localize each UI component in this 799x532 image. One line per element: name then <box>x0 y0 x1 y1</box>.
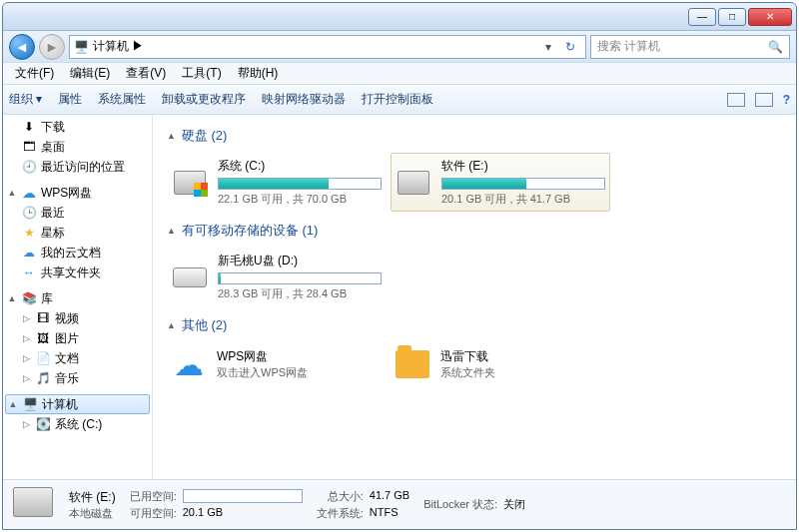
bitlocker-value: 关闭 <box>503 497 525 512</box>
collapse-icon[interactable]: ▲ <box>8 399 18 409</box>
size-label: 总大小: <box>317 489 364 504</box>
drive-name: 新毛桃U盘 (D:) <box>218 253 382 269</box>
bitlocker-label: BitLocker 状态: <box>423 497 497 512</box>
close-button[interactable]: ✕ <box>748 8 792 26</box>
main-content: ▲硬盘 (2) 系统 (C:) 22.1 GB 可用 , 共 70.0 GB 软… <box>153 115 796 479</box>
video-icon: 🎞 <box>35 310 51 326</box>
menu-view[interactable]: 查看(V) <box>120 63 172 84</box>
drive-info: 28.3 GB 可用 , 共 28.4 GB <box>218 286 382 301</box>
usage-bar <box>218 272 382 284</box>
star-icon: ★ <box>21 225 37 241</box>
properties-button[interactable]: 属性 <box>58 91 82 108</box>
search-input[interactable]: 搜索 计算机 🔍 <box>590 35 790 59</box>
address-bar[interactable]: 🖥️ 计算机 ▶ ▾ ↻ <box>69 35 586 59</box>
sidebar-group-wps[interactable]: ▲☁WPS网盘 <box>3 183 152 203</box>
used-bar <box>183 489 303 503</box>
item-wps-disk[interactable]: ☁ WPS网盘 双击进入WPS网盘 <box>167 342 387 386</box>
control-panel-button[interactable]: 打开控制面板 <box>362 91 433 108</box>
section-hdd[interactable]: ▲硬盘 (2) <box>167 127 788 145</box>
back-button[interactable]: ◄ <box>9 34 35 60</box>
collapse-icon[interactable]: ▲ <box>7 293 17 303</box>
expand-icon[interactable]: ▷ <box>21 313 31 323</box>
sidebar-item-wps-star[interactable]: ★星标 <box>3 223 152 243</box>
fs-value: NTFS <box>370 506 409 521</box>
drive-icon <box>396 165 431 201</box>
used-label: 已用空间: <box>130 489 177 504</box>
library-icon: 📚 <box>21 290 37 306</box>
collapse-icon[interactable]: ▲ <box>167 131 176 141</box>
expand-icon[interactable]: ▷ <box>21 353 31 363</box>
view-mode-button[interactable] <box>727 93 745 107</box>
drive-d-usb[interactable]: 新毛桃U盘 (D:) 28.3 GB 可用 , 共 28.4 GB <box>167 248 387 306</box>
item-xunlei[interactable]: 迅雷下载 系统文件夹 <box>391 342 610 386</box>
desktop-icon: 🗔 <box>21 139 37 155</box>
uninstall-button[interactable]: 卸载或更改程序 <box>162 91 246 108</box>
sidebar-item-wps-shared[interactable]: ↔共享文件夹 <box>3 263 152 282</box>
sidebar-item-desktop[interactable]: 🗔桌面 <box>3 137 152 157</box>
sidebar-item-documents[interactable]: ▷📄文档 <box>3 348 152 368</box>
drive-name: 系统 (C:) <box>218 158 382 175</box>
drive-icon: 💽 <box>35 416 51 432</box>
sidebar-item-recent[interactable]: 🕘最近访问的位置 <box>3 157 152 177</box>
picture-icon: 🖼 <box>35 330 51 346</box>
sidebar-item-pictures[interactable]: ▷🖼图片 <box>3 328 152 348</box>
titlebar[interactable]: — □ ✕ <box>3 3 796 31</box>
document-icon: 📄 <box>35 350 51 366</box>
sidebar-item-video[interactable]: ▷🎞视频 <box>3 308 152 328</box>
collapse-icon[interactable]: ▲ <box>167 226 176 236</box>
drive-c[interactable]: 系统 (C:) 22.1 GB 可用 , 共 70.0 GB <box>167 153 387 212</box>
size-value: 41.7 GB <box>370 489 409 504</box>
refresh-button[interactable]: ↻ <box>559 40 581 54</box>
sidebar-item-wps-docs[interactable]: ☁我的云文档 <box>3 243 152 263</box>
item-title: 迅雷下载 <box>440 348 495 365</box>
free-value: 20.1 GB <box>183 506 303 521</box>
preview-pane-button[interactable] <box>755 93 773 107</box>
map-drive-button[interactable]: 映射网络驱动器 <box>262 91 346 108</box>
search-placeholder: 搜索 计算机 <box>597 38 660 55</box>
drive-icon <box>172 165 208 201</box>
recent-icon: 🕘 <box>21 159 37 175</box>
help-icon[interactable]: ? <box>783 93 790 107</box>
sidebar-item-wps-recent[interactable]: 🕒最近 <box>3 203 152 223</box>
maximize-button[interactable]: □ <box>718 8 746 26</box>
minimize-button[interactable]: — <box>688 8 716 26</box>
details-pane: 软件 (E:) 本地磁盘 已用空间: 可用空间: 20.1 GB 总大小: 41… <box>3 479 796 529</box>
computer-icon: 🖥️ <box>22 396 38 412</box>
sidebar-item-downloads[interactable]: ⬇下载 <box>3 117 152 137</box>
cloud-icon: ☁ <box>171 346 207 382</box>
drive-info: 22.1 GB 可用 , 共 70.0 GB <box>218 192 382 207</box>
drive-e[interactable]: 软件 (E:) 20.1 GB 可用 , 共 41.7 GB <box>391 153 610 212</box>
menu-bar: 文件(F) 编辑(E) 查看(V) 工具(T) 帮助(H) <box>3 63 796 85</box>
fs-label: 文件系统: <box>317 506 364 521</box>
section-removable[interactable]: ▲有可移动存储的设备 (1) <box>167 222 788 240</box>
system-properties-button[interactable]: 系统属性 <box>98 91 146 108</box>
details-name: 软件 (E:) <box>69 489 116 506</box>
downloads-icon: ⬇ <box>21 119 37 135</box>
sidebar-item-computer[interactable]: ▲🖥️计算机 <box>5 394 150 414</box>
collapse-icon[interactable]: ▲ <box>167 320 176 330</box>
breadcrumb[interactable]: 计算机 ▶ <box>93 38 537 55</box>
menu-help[interactable]: 帮助(H) <box>232 63 285 84</box>
expand-icon[interactable]: ▷ <box>21 419 31 429</box>
section-other[interactable]: ▲其他 (2) <box>167 316 788 334</box>
menu-file[interactable]: 文件(F) <box>9 63 60 84</box>
collapse-icon[interactable]: ▲ <box>7 188 17 198</box>
expand-icon[interactable]: ▷ <box>21 333 31 343</box>
sidebar-group-library[interactable]: ▲📚库 <box>3 288 152 308</box>
search-icon[interactable]: 🔍 <box>768 40 783 54</box>
drive-info: 20.1 GB 可用 , 共 41.7 GB <box>441 192 605 207</box>
toolbar: 组织 ▾ 属性 系统属性 卸载或更改程序 映射网络驱动器 打开控制面板 ? <box>3 85 796 115</box>
menu-edit[interactable]: 编辑(E) <box>64 63 116 84</box>
computer-icon: 🖥️ <box>74 40 89 54</box>
item-subtitle: 系统文件夹 <box>440 365 495 380</box>
menu-tools[interactable]: 工具(T) <box>176 63 227 84</box>
address-dropdown-icon[interactable]: ▾ <box>541 40 555 54</box>
sidebar-item-music[interactable]: ▷🎵音乐 <box>3 368 152 388</box>
sidebar: ⬇下载 🗔桌面 🕘最近访问的位置 ▲☁WPS网盘 🕒最近 ★星标 ☁我的云文档 … <box>3 115 153 479</box>
organize-button[interactable]: 组织 ▾ <box>9 91 42 108</box>
sidebar-item-system-c[interactable]: ▷💽系统 (C:) <box>3 414 152 434</box>
item-title: WPS网盘 <box>217 348 308 365</box>
forward-button[interactable]: ► <box>39 34 65 60</box>
expand-icon[interactable]: ▷ <box>21 373 31 383</box>
nav-bar: ◄ ► 🖥️ 计算机 ▶ ▾ ↻ 搜索 计算机 🔍 <box>3 31 796 63</box>
